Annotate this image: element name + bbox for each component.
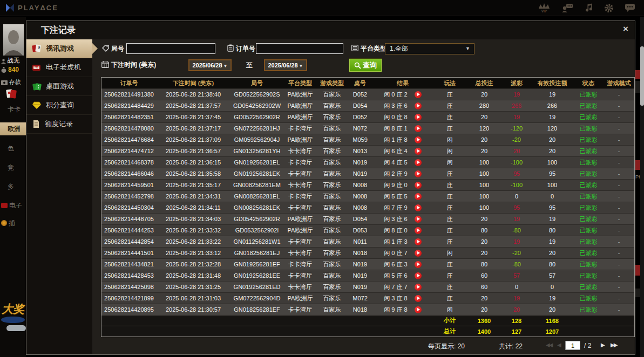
cell-valid-bet: 57 — [531, 272, 573, 279]
cell-order-no: 250628214491380 — [101, 91, 157, 98]
modal-content: 局号 订单号 平台类型 1.全部 — [92, 39, 635, 354]
cell-round-no: GD0532562902I — [230, 227, 284, 234]
table-row: 250628214466046 2025-06-28 21:35:58 GN01… — [101, 168, 634, 179]
cell-play-type: 庄 — [433, 215, 466, 223]
sidebar-item-label: 积分查询 — [46, 100, 74, 110]
replay-play-icon[interactable] — [415, 284, 422, 291]
settings-gear-icon[interactable] — [604, 3, 614, 13]
cell-platform: 卡卡湾厅 — [284, 125, 316, 133]
sidebar-item-table-games[interactable]: 桌面游戏 — [26, 77, 92, 96]
round-no-input[interactable] — [126, 43, 215, 54]
vip-icon[interactable]: VIP — [538, 3, 551, 13]
replay-play-icon[interactable] — [415, 238, 422, 245]
date-from-button[interactable]: 2025/06/28▼ — [188, 59, 232, 71]
cell-total-bet: 20 — [466, 148, 502, 154]
lobby-category-fishing[interactable]: 捕 — [1, 219, 15, 228]
sidebar-item-points-query[interactable]: 积分查询 — [26, 96, 92, 115]
platform-type-select[interactable]: 1.全部 ▼ — [385, 43, 474, 54]
search-button[interactable]: 查询 — [349, 59, 382, 72]
prev-page-button[interactable]: ◀ — [557, 342, 560, 348]
lobby-category-duo[interactable]: 多 — [8, 182, 14, 191]
lobby-category-sedie[interactable]: 色 — [8, 144, 14, 153]
cell-status: 已派彩 — [573, 125, 604, 133]
replay-play-icon[interactable] — [415, 148, 422, 155]
scrollbar-track[interactable] — [640, 17, 644, 357]
last-page-button[interactable]: ▶▶ — [611, 342, 616, 348]
order-no-input[interactable] — [256, 43, 343, 54]
lobby-category-slots[interactable]: 电子 — [1, 201, 22, 210]
close-icon[interactable]: × — [623, 24, 628, 35]
result-text: 闲 9 庄 0 — [384, 181, 407, 189]
replay-play-icon[interactable] — [415, 159, 422, 166]
lobby-category-europe[interactable]: 欧洲 — [0, 122, 26, 135]
cell-valid-bet: 80 — [531, 261, 573, 267]
replay-play-icon[interactable] — [415, 170, 422, 177]
jackpot-pill — [6, 325, 26, 331]
cell-total-bet: 120 — [466, 125, 502, 132]
cell-order-no: 250628214434821 — [101, 261, 157, 267]
table-row: 250628214476684 2025-06-28 21:37:09 GM05… — [101, 134, 634, 145]
deposit-link[interactable]: 存款 — [1, 78, 21, 86]
replay-play-icon[interactable] — [415, 216, 422, 223]
cell-valid-bet: 100 — [531, 182, 573, 188]
replay-play-icon[interactable] — [415, 261, 422, 268]
cell-payout: 19 — [502, 91, 531, 98]
replay-play-icon[interactable] — [415, 125, 422, 132]
lobby-category-jing[interactable]: 竞 — [8, 163, 14, 173]
cell-table-no: N019 — [348, 261, 372, 267]
cell-table-no: N011 — [348, 238, 372, 245]
replay-play-icon[interactable] — [415, 250, 422, 257]
replay-play-icon[interactable] — [415, 193, 422, 200]
music-icon[interactable] — [584, 3, 593, 12]
lobby-category-kaka[interactable]: 卡卡 — [8, 105, 21, 114]
replay-play-icon[interactable] — [415, 91, 422, 98]
cell-table-no: N018 — [348, 250, 372, 256]
cell-order-no: 250628214484429 — [101, 102, 157, 109]
replay-play-icon[interactable] — [415, 204, 422, 211]
bet-records-table: 订单号 下注时间 (美东) 局号 平台类型 游戏类型 桌号 结果 玩法 总投注 … — [101, 77, 635, 337]
replay-play-icon[interactable] — [415, 227, 422, 234]
cell-payout: 95 — [502, 170, 531, 177]
brand-logo[interactable]: PLAYΔCE — [5, 3, 58, 12]
cell-order-no: 250628214476684 — [101, 136, 157, 143]
cell-result: 闲 7 庄 9 — [372, 204, 433, 212]
replay-play-icon[interactable] — [415, 272, 422, 279]
cell-status: 已派彩 — [573, 260, 604, 269]
cell-platform: PA欧洲厅 — [284, 215, 316, 223]
date-to-button[interactable]: 2025/06/28▼ — [264, 59, 307, 71]
replay-play-icon[interactable] — [415, 114, 422, 121]
next-page-button[interactable]: ▶ — [601, 342, 604, 348]
replay-play-icon[interactable] — [415, 136, 422, 143]
cell-valid-bet: 20 — [531, 250, 573, 256]
cell-game-type: 百家乐 — [316, 113, 348, 121]
replay-play-icon[interactable] — [415, 295, 422, 302]
replay-play-icon[interactable] — [415, 102, 422, 109]
cell-bet-time: 2025-06-28 21:34:31 — [157, 193, 230, 200]
total-row: 总计 1400 127 1207 — [101, 326, 634, 337]
first-page-button[interactable]: ◀◀ — [546, 342, 552, 348]
brand-text: PLAYΔCE — [18, 4, 58, 12]
replay-play-icon[interactable] — [415, 182, 422, 189]
support-icon[interactable] — [561, 3, 573, 13]
sidebar-item-quota-records[interactable]: 额度记录 — [26, 115, 92, 134]
cell-bet-time: 2025-06-28 21:34:03 — [157, 216, 230, 222]
cell-game-type: 百家乐 — [316, 306, 348, 314]
jackpot-banner[interactable]: 大奖 — [2, 301, 24, 317]
sidebar-item-slots[interactable]: 777 电子老虎机 — [26, 58, 92, 77]
cell-order-no: 250628214459501 — [101, 182, 157, 188]
total-count-label: 共计: 22 — [499, 342, 523, 351]
cell-platform: 卡卡湾厅 — [284, 170, 316, 178]
cell-game-mode: - — [604, 102, 634, 109]
scrollbar-thumb[interactable] — [640, 46, 644, 106]
table-row: 250628214420895 2025-06-28 21:30:57 GN01… — [101, 304, 634, 315]
avatar[interactable] — [3, 24, 24, 56]
chat-icon[interactable] — [625, 3, 635, 12]
cell-game-mode: - — [604, 261, 634, 267]
cell-total-bet: 100 — [466, 170, 502, 177]
cell-bet-time: 2025-06-28 21:33:12 — [157, 250, 230, 256]
video-games-cards-icon[interactable] — [5, 88, 17, 99]
sidebar-item-video-games[interactable]: 9 视讯游戏 — [26, 39, 92, 58]
app-window: PLAYΔCE VIP — [0, 0, 644, 357]
replay-play-icon[interactable] — [415, 306, 422, 313]
page-number-input[interactable] — [565, 341, 580, 350]
